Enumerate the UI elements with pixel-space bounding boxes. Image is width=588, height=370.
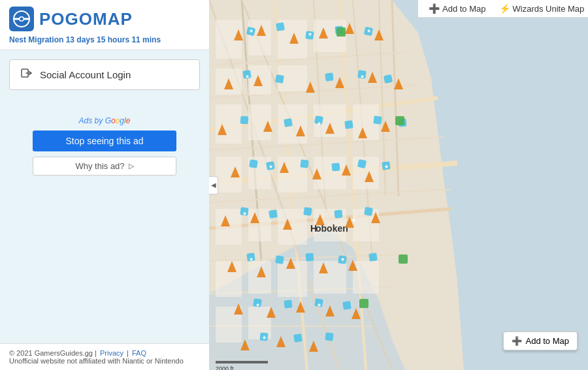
add-to-map-bottom-label: Add to Map xyxy=(526,336,570,346)
svg-rect-112 xyxy=(284,118,293,127)
svg-rect-102 xyxy=(276,22,285,31)
add-to-map-bottom-button[interactable]: ➕ Add to Map xyxy=(503,331,578,350)
sidebar: POGOMAP Nest Migration 13 days 15 hours … xyxy=(0,0,209,370)
svg-rect-136 xyxy=(342,301,351,310)
svg-rect-44 xyxy=(248,209,271,241)
why-this-ad-button[interactable]: Why this ad? ▷ xyxy=(33,157,176,176)
ads-section: Ads by Google Stop seeing this ad Why th… xyxy=(9,116,200,176)
svg-rect-50 xyxy=(314,261,346,294)
svg-rect-107 xyxy=(275,74,284,84)
svg-rect-142 xyxy=(359,299,368,308)
svg-rect-110 xyxy=(384,74,393,84)
svg-text:★: ★ xyxy=(317,302,321,308)
add-to-map-nav[interactable]: ➕ Add to Map xyxy=(423,2,491,15)
lightning-icon: ⚡ xyxy=(499,3,510,14)
svg-rect-119 xyxy=(300,159,308,168)
svg-text:★: ★ xyxy=(367,28,371,34)
logo-icon xyxy=(9,7,34,31)
svg-text:★: ★ xyxy=(249,256,253,262)
collapse-icon: ◀ xyxy=(211,181,216,189)
add-to-map-bottom-icon: ➕ xyxy=(512,336,522,346)
main-layout: POGOMAP Nest Migration 13 days 15 hours … xyxy=(0,0,588,370)
svg-text:★: ★ xyxy=(360,74,365,80)
svg-rect-140 xyxy=(336,27,346,37)
svg-rect-115 xyxy=(373,116,382,124)
svg-point-4 xyxy=(20,18,24,21)
top-nav: ➕ Add to Map ⚡ Wizards Unite Map Discord… xyxy=(418,0,588,18)
disclaimer-text: Unofficial website not affiliated with N… xyxy=(9,357,200,365)
svg-text:★: ★ xyxy=(340,256,345,262)
svg-text:2000 ft: 2000 ft xyxy=(216,365,234,370)
svg-rect-124 xyxy=(269,209,278,219)
login-icon xyxy=(20,67,33,83)
sidebar-footer: © 2021 GamersGuides.gg | Privacy | FAQ U… xyxy=(0,343,209,370)
svg-rect-114 xyxy=(344,120,353,129)
sidebar-body: Social Account Login Ads by Google Stop … xyxy=(0,50,209,343)
svg-rect-57 xyxy=(216,361,268,363)
ads-by-google-label: Ads by Google xyxy=(79,116,131,125)
svg-rect-138 xyxy=(293,333,302,343)
svg-rect-117 xyxy=(249,159,258,168)
stop-seeing-ad-button[interactable]: Stop seeing this ad xyxy=(33,131,176,151)
svg-text:★: ★ xyxy=(242,211,247,217)
login-label: Social Account Login xyxy=(40,69,131,80)
svg-text:★: ★ xyxy=(351,217,356,223)
svg-rect-108 xyxy=(325,72,333,81)
svg-rect-43 xyxy=(216,209,242,245)
add-to-map-label: Add to Map xyxy=(442,4,486,14)
svg-rect-47 xyxy=(216,261,242,297)
why-ad-icon: ▷ xyxy=(129,162,134,170)
svg-text:★: ★ xyxy=(384,164,389,170)
svg-rect-27 xyxy=(248,20,271,55)
sidebar-collapse-button[interactable]: ◀ xyxy=(209,176,218,194)
sidebar-header: POGOMAP Nest Migration 13 days 15 hours … xyxy=(0,0,209,50)
svg-rect-45 xyxy=(278,209,307,245)
login-button[interactable]: Social Account Login xyxy=(9,59,200,90)
svg-rect-33 xyxy=(216,104,242,144)
svg-rect-132 xyxy=(368,253,378,262)
wizards-unite-label: Wizards Unite Map xyxy=(513,4,585,14)
nest-migration-info: Nest Migration 13 days 15 hours 11 mins xyxy=(9,35,200,44)
svg-rect-35 xyxy=(278,104,307,144)
svg-rect-141 xyxy=(395,116,404,125)
map-svg: H oboken 2000 ft xyxy=(209,0,588,370)
logo-text: POGOMAP xyxy=(39,9,133,29)
svg-text:★: ★ xyxy=(317,121,321,127)
svg-rect-143 xyxy=(399,254,408,264)
map-area[interactable]: ➕ Add to Map ⚡ Wizards Unite Map Discord… xyxy=(209,0,588,370)
svg-text:★: ★ xyxy=(249,28,253,34)
svg-rect-130 xyxy=(305,253,314,261)
copyright-line: © 2021 GamersGuides.gg | Privacy | FAQ xyxy=(9,349,200,357)
svg-rect-126 xyxy=(334,209,342,218)
add-to-map-icon: ➕ xyxy=(429,3,440,14)
svg-rect-129 xyxy=(275,255,284,264)
svg-text:★: ★ xyxy=(255,302,260,308)
svg-rect-125 xyxy=(303,207,312,216)
logo-area: POGOMAP xyxy=(9,7,200,31)
svg-text:★: ★ xyxy=(269,164,273,170)
svg-rect-54 xyxy=(353,261,379,294)
svg-text:★: ★ xyxy=(245,74,250,80)
faq-link[interactable]: FAQ xyxy=(132,349,146,357)
svg-rect-111 xyxy=(240,116,248,124)
privacy-link[interactable]: Privacy xyxy=(100,349,123,357)
wizards-unite-nav[interactable]: ⚡ Wizards Unite Map xyxy=(494,2,589,15)
svg-rect-139 xyxy=(325,332,333,341)
svg-rect-134 xyxy=(284,300,292,308)
why-ad-label: Why this ad? xyxy=(75,161,124,171)
svg-text:★: ★ xyxy=(262,335,267,341)
svg-rect-120 xyxy=(331,162,340,171)
svg-text:★: ★ xyxy=(308,31,312,37)
svg-rect-127 xyxy=(364,207,373,216)
